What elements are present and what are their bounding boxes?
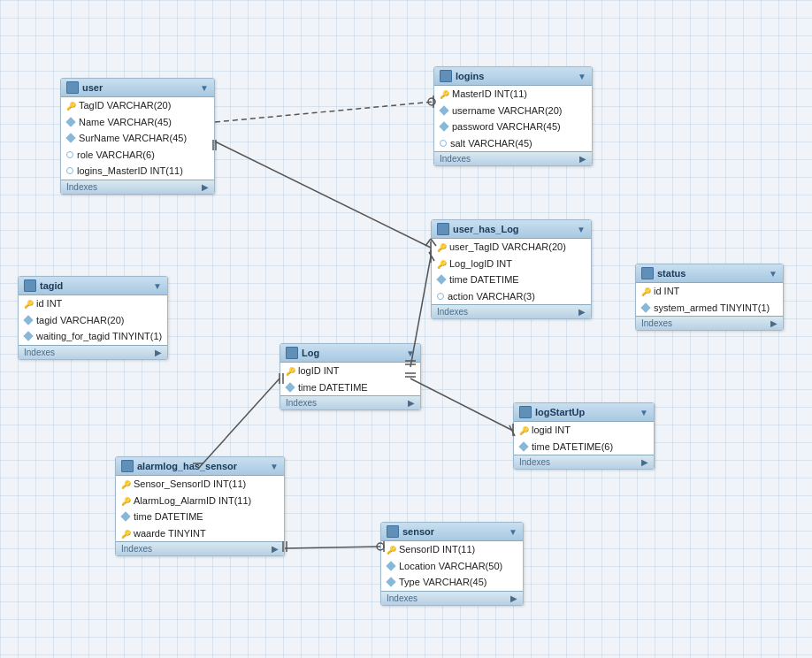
table-row: username VARCHAR(20) [434, 103, 592, 119]
table-row: 🔑TagID VARCHAR(20) [61, 97, 214, 114]
table-status: status ▼ 🔑id INT system_armed TINYINT(1)… [635, 264, 784, 331]
table-logins: logins ▼ 🔑MasterID INT(11) username VARC… [433, 66, 593, 166]
svg-line-19 [198, 379, 280, 469]
table-user-has-log-header: user_has_Log ▼ [432, 220, 591, 239]
chevron-icon: ▼ [509, 527, 517, 537]
table-row: 🔑id INT [636, 283, 783, 300]
key-icon: 🔑 [519, 425, 528, 434]
key-icon: 🔑 [437, 259, 446, 268]
table-user-has-log-title: user_has_Log [453, 224, 519, 234]
table-icon [641, 267, 654, 279]
svg-line-0 [215, 102, 433, 122]
diamond-icon [518, 441, 528, 451]
table-user-header: user ▼ [61, 79, 214, 97]
diamond-icon [23, 332, 33, 341]
svg-line-3 [215, 142, 431, 248]
table-row: tagid VARCHAR(20) [19, 312, 167, 329]
table-tagid: tagid ▼ 🔑id INT tagid VARCHAR(20) waitin… [18, 276, 168, 360]
table-logstartup-footer: Indexes ▶ [514, 455, 654, 469]
table-row: time DATETIME(6) [514, 439, 654, 455]
circle-icon [66, 167, 73, 174]
chevron-icon: ▼ [640, 408, 648, 417]
key-icon: 🔑 [24, 299, 33, 308]
table-row: time DATETIME [432, 272, 591, 288]
table-row: 🔑SensorID INT(11) [381, 541, 523, 558]
table-user-title: user [82, 82, 103, 93]
table-sensor-footer: Indexes ▶ [381, 591, 523, 605]
circle-icon [437, 293, 444, 300]
table-icon [286, 347, 298, 359]
diamond-icon [439, 105, 448, 115]
table-row: 🔑Log_logID INT [432, 256, 591, 272]
diamond-icon [436, 275, 446, 285]
chevron-icon: ▼ [270, 462, 279, 471]
table-icon [440, 70, 452, 82]
table-row: role VARCHAR(6) [61, 147, 214, 164]
table-row: time DATETIME [116, 509, 284, 525]
table-row: SurName VARCHAR(45) [61, 130, 214, 147]
diamond-icon [386, 561, 395, 570]
table-alarmlog-has-sensor-footer: Indexes ▶ [116, 541, 284, 555]
key-icon: 🔑 [387, 545, 395, 554]
table-row: salt VARCHAR(45) [434, 135, 592, 152]
chevron-icon: ▼ [577, 225, 586, 234]
table-icon [24, 279, 36, 292]
table-row: 🔑logid INT [514, 422, 654, 439]
table-logstartup: logStartUp ▼ 🔑logid INT time DATETIME(6)… [513, 402, 655, 470]
key-icon: 🔑 [641, 287, 650, 295]
table-row: system_armed TINYINT(1) [636, 300, 783, 317]
key-icon: 🔑 [286, 366, 295, 375]
diamond-icon [120, 512, 130, 522]
table-user-has-log-footer: Indexes ▶ [432, 304, 591, 318]
table-icon [437, 223, 449, 235]
key-icon: 🔑 [440, 89, 448, 98]
table-log: Log ▼ 🔑logID INT time DATETIME Indexes ▶ [280, 343, 421, 410]
table-icon [387, 525, 399, 538]
table-row: 🔑logID INT [280, 363, 420, 379]
table-tagid-footer: Indexes ▶ [19, 345, 167, 359]
svg-line-14 [410, 379, 513, 431]
table-row: password VARCHAR(45) [434, 119, 592, 135]
key-icon: 🔑 [437, 242, 446, 251]
table-user-has-log: user_has_Log ▼ 🔑user_TagID VARCHAR(20) 🔑… [431, 219, 592, 319]
chevron-icon: ▼ [769, 269, 778, 279]
table-alarmlog-has-sensor: alarmlog_has_sensor ▼ 🔑Sensor_SensorID I… [115, 456, 285, 556]
table-row: action VARCHAR(3) [432, 288, 591, 305]
table-row: Type VARCHAR(45) [381, 574, 523, 591]
diamond-icon [439, 122, 448, 132]
table-sensor-header: sensor ▼ [381, 523, 523, 541]
diamond-icon [640, 302, 650, 312]
table-status-title: status [657, 268, 686, 279]
table-tagid-title: tagid [40, 280, 63, 291]
table-logins-header: logins ▼ [434, 67, 592, 86]
svg-line-23 [285, 547, 380, 548]
table-status-footer: Indexes ▶ [636, 316, 783, 330]
diamond-icon [285, 382, 295, 392]
table-alarmlog-has-sensor-title: alarmlog_has_sensor [137, 461, 237, 471]
table-logins-footer: Indexes ▶ [434, 151, 592, 165]
table-row: 🔑Sensor_SensorID INT(11) [116, 476, 284, 493]
chevron-icon: ▼ [406, 348, 415, 358]
table-sensor: sensor ▼ 🔑SensorID INT(11) Location VARC… [380, 522, 524, 606]
table-row: time DATETIME [280, 379, 420, 396]
table-user-footer: Indexes ▶ [61, 180, 214, 194]
table-row: Name VARCHAR(45) [61, 114, 214, 131]
key-icon: 🔑 [121, 479, 130, 488]
table-icon [66, 81, 79, 94]
table-alarmlog-has-sensor-header: alarmlog_has_sensor ▼ [116, 457, 284, 476]
chevron-icon: ▼ [578, 72, 586, 81]
table-sensor-title: sensor [402, 526, 434, 537]
table-log-header: Log ▼ [280, 344, 420, 363]
table-logins-title: logins [456, 71, 484, 81]
key-icon: 🔑 [121, 529, 130, 538]
table-user: user ▼ 🔑TagID VARCHAR(20) Name VARCHAR(4… [60, 78, 215, 195]
chevron-icon: ▼ [153, 281, 162, 291]
diamond-icon [23, 315, 33, 325]
diamond-icon [386, 578, 395, 587]
circle-icon [440, 140, 447, 147]
circle-icon [66, 151, 73, 158]
table-logstartup-title: logStartUp [535, 407, 585, 417]
chevron-icon: ▼ [200, 83, 209, 93]
table-icon [519, 406, 532, 418]
table-log-footer: Indexes ▶ [280, 395, 420, 409]
